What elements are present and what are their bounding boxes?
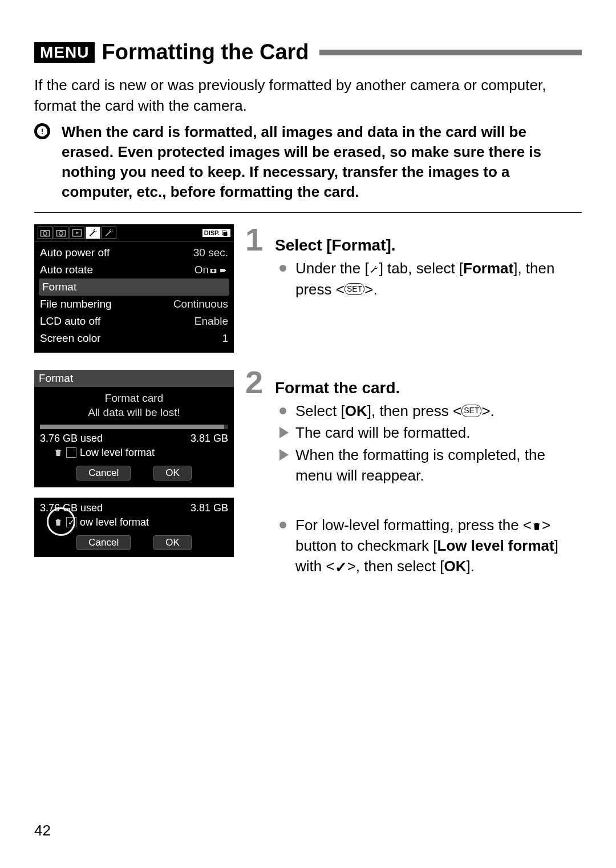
tab-icon-wrench2 [102, 227, 116, 239]
menu-item-selected: Format [39, 278, 229, 296]
page-title: Formatting the Card [102, 40, 309, 64]
svg-rect-11 [225, 270, 226, 271]
tab-bar: DISP. [34, 224, 234, 242]
title-rule [319, 50, 582, 55]
step-number: 2 [245, 368, 268, 397]
checkbox-empty [66, 447, 76, 458]
format-dialog: Format Format card All data will be lost… [34, 370, 234, 487]
low-level-format-row-checked: ✓ ow level format [34, 516, 234, 528]
svg-point-3 [59, 232, 63, 236]
menu-item: LCD auto offEnable [39, 313, 229, 330]
svg-marker-5 [76, 232, 79, 235]
svg-point-9 [212, 269, 215, 272]
step-title: Select [Format]. [275, 236, 396, 255]
dialog-header: Format [34, 370, 234, 387]
tab-icon-camera2 [54, 227, 68, 239]
divider [34, 212, 582, 213]
menu-list: Auto power off30 sec. Auto rotateOn Form… [34, 242, 234, 353]
step-2: 2 Format the card. Select [OK], then pre… [270, 368, 582, 486]
menu-item: Screen color1 [39, 330, 229, 347]
step-number: 1 [245, 225, 268, 254]
tab-icon-play [70, 227, 84, 239]
usage-info: 3.76 GB used3.81 GB [34, 433, 234, 445]
step-title: Format the card. [275, 379, 400, 397]
cancel-button: Cancel [76, 535, 131, 550]
step-item: Under the [] tab, select [Format], then … [279, 258, 582, 300]
tab-icon-wrench1 [86, 227, 100, 239]
warning-icon [34, 123, 50, 139]
step-item: When the formatting is completed, the me… [279, 445, 582, 486]
step-1: 1 Select [Format]. Under the [] tab, sel… [270, 225, 582, 300]
check-icon: ✓ [335, 557, 347, 578]
disp-label: DISP. [202, 229, 230, 237]
menu-item: File numberingContinuous [39, 296, 229, 313]
page-header: MENU Formatting the Card [34, 40, 582, 64]
menu-badge: MENU [34, 42, 95, 63]
trash-icon [54, 518, 63, 527]
trash-icon [532, 521, 542, 531]
svg-rect-7 [224, 232, 228, 236]
trash-icon [54, 448, 63, 457]
checkbox-checked: ✓ [66, 517, 76, 527]
usage-bar [40, 425, 228, 429]
usage-info: 3.76 GB used3.81 GB [34, 502, 234, 514]
warning-block: When the card is formatted, all images a… [34, 122, 582, 202]
step-item: For low-level formatting, press the <> b… [279, 515, 582, 578]
page-number: 42 [34, 822, 51, 839]
low-level-format-row: Low level format [34, 447, 234, 459]
step-item: The card will be formatted. [279, 422, 582, 443]
step-item: Select [OK], then press <SET>. [279, 401, 582, 421]
menu-item: Auto rotateOn [39, 261, 229, 278]
intro-paragraph: If the card is new or was previously for… [34, 75, 582, 116]
tab-icon-camera1 [38, 227, 52, 239]
menu-item: Auto power off30 sec. [39, 244, 229, 261]
ok-button: OK [153, 466, 192, 481]
warning-text: When the card is formatted, all images a… [62, 122, 582, 202]
step-3: For low-level formatting, press the <> b… [270, 515, 582, 578]
lcd-menu-screen: DISP. Auto power off30 sec. Auto rotateO… [34, 224, 234, 353]
dialog-msg: Format card All data will be lost! [34, 391, 234, 419]
cancel-button: Cancel [76, 466, 131, 481]
set-icon: SET [461, 405, 481, 417]
wrench-icon [369, 264, 379, 274]
format-dialog-checked: 3.76 GB used3.81 GB ✓ ow level format Ca… [34, 498, 234, 557]
svg-rect-10 [220, 269, 225, 272]
set-icon: SET [345, 283, 364, 296]
ok-button: OK [153, 535, 192, 550]
svg-point-1 [43, 232, 47, 236]
